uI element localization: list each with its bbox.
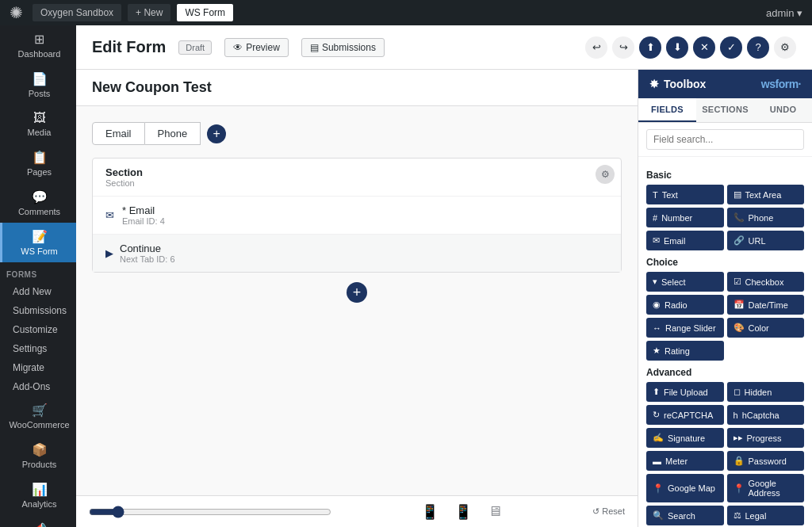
settings-gear-button[interactable]: ⚙	[774, 36, 796, 59]
textarea-icon: ▤	[733, 189, 741, 200]
legal-field-btn[interactable]: ⚖ Legal	[727, 506, 805, 525]
sidebar-item-dashboard[interactable]: ⊞ Dashboard	[0, 25, 76, 65]
page-title: Edit Form	[92, 38, 166, 56]
choice-section-title: Choice	[646, 257, 804, 268]
toolbox-body: Basic T Text ▤ Text Area # Number 📞 Phon…	[638, 157, 812, 527]
forms-migrate-link[interactable]: Migrate	[0, 358, 76, 377]
tab-fields[interactable]: FIELDS	[638, 98, 696, 122]
tab-undo[interactable]: UNDO	[754, 98, 812, 122]
sidebar-item-pages[interactable]: 📋 Pages	[0, 143, 76, 183]
undo-button[interactable]: ↩	[585, 36, 607, 59]
sidebar-item-analytics[interactable]: 📊 Analytics	[0, 475, 76, 515]
rating-icon: ★	[653, 346, 661, 356]
check-button[interactable]: ✓	[720, 36, 742, 59]
textarea-field-btn[interactable]: ▤ Text Area	[727, 185, 805, 204]
email-field-row[interactable]: ✉ * Email Email ID: 4	[93, 197, 621, 235]
pages-icon: 📋	[32, 150, 48, 165]
admin-bar-wsform-tab[interactable]: WS Form	[177, 4, 233, 21]
radio-icon: ◉	[653, 300, 661, 310]
datetime-field-btn[interactable]: 📅 Date/Time	[727, 295, 805, 315]
submissions-button[interactable]: ▤ Submissions	[301, 38, 385, 57]
sidebar-item-label: Pages	[27, 167, 52, 177]
search-icon: 🔍	[653, 510, 664, 521]
form-name: New Coupon Test	[76, 70, 638, 106]
continue-content: Continue Next Tab ID: 6	[120, 242, 175, 264]
file-upload-btn[interactable]: ⬆ File Upload	[646, 382, 724, 402]
move-up-button[interactable]: ⬆	[639, 36, 661, 59]
phone-field-btn[interactable]: 📞 Phone	[727, 208, 805, 227]
admin-bar-left: ✺ Oxygen Sandbox + New WS Form	[10, 3, 233, 22]
continue-meta: Next Tab ID: 6	[120, 254, 175, 264]
mobile-icon[interactable]: 📱	[421, 503, 439, 521]
password-btn[interactable]: 🔒 Password	[727, 451, 805, 471]
progress-btn[interactable]: ▸▸ Progress	[727, 428, 805, 448]
tab-sections[interactable]: SECTIONS	[696, 98, 754, 122]
tablet-icon[interactable]: 📱	[454, 503, 472, 521]
checkbox-field-btn[interactable]: ☑ Checkbox	[727, 272, 805, 292]
section-header: Section Section	[93, 158, 621, 197]
field-search-input[interactable]	[646, 129, 804, 150]
sidebar: ⊞ Dashboard 📄 Posts 🖼 Media 📋 Pages 💬 Co…	[0, 25, 76, 527]
recaptcha-btn[interactable]: ↻ reCAPTCHA	[646, 405, 724, 425]
sidebar-item-label: WS Form	[21, 246, 57, 256]
url-field-btn[interactable]: 🔗 URL	[727, 231, 805, 250]
section-gear-button[interactable]: ⚙	[596, 165, 615, 184]
tab-email[interactable]: Email	[92, 122, 145, 145]
add-section-button[interactable]: +	[347, 282, 367, 303]
sidebar-item-label: Posts	[29, 89, 51, 98]
number-icon: #	[653, 213, 657, 223]
text-field-btn[interactable]: T Text	[646, 185, 724, 204]
meter-icon: ▬	[653, 456, 661, 466]
google-map-btn[interactable]: 📍 Google Map	[646, 474, 724, 502]
analytics-icon: 📊	[32, 482, 48, 497]
advanced-section-title: Advanced	[646, 367, 804, 378]
color-field-btn[interactable]: 🎨 Color	[727, 318, 805, 338]
delete-button[interactable]: ✕	[693, 36, 715, 59]
continue-label: Continue	[120, 242, 175, 254]
sidebar-item-posts[interactable]: 📄 Posts	[0, 65, 76, 105]
admin-bar-new-tab[interactable]: + New	[128, 4, 170, 21]
preview-button[interactable]: 👁 Preview	[224, 38, 289, 57]
content-area: Edit Form Draft 👁 Preview ▤ Submissions …	[76, 25, 812, 527]
map-icon: 📍	[653, 483, 664, 494]
move-down-button[interactable]: ⬇	[666, 36, 688, 59]
forms-submissions-link[interactable]: Submissions	[0, 301, 76, 320]
sidebar-item-marketing[interactable]: 📣 Marketing	[0, 515, 76, 527]
admin-bar-sandbox-tab[interactable]: Oxygen Sandbox	[33, 4, 121, 21]
dashboard-icon: ⊞	[34, 32, 44, 47]
forms-settings-link[interactable]: Settings	[0, 339, 76, 358]
email-field-btn[interactable]: ✉ Email	[646, 231, 724, 250]
rating-field-btn[interactable]: ★ Rating	[646, 341, 724, 361]
zoom-reset-button[interactable]: ↺ Reset	[592, 506, 625, 517]
search-field-btn[interactable]: 🔍 Search	[646, 506, 724, 525]
forms-add-ons-link[interactable]: Add-Ons	[0, 377, 76, 396]
signature-btn[interactable]: ✍ Signature	[646, 428, 724, 448]
device-icons: 📱 📱 🖥	[341, 503, 584, 521]
zoom-slider[interactable]	[89, 506, 331, 518]
sidebar-item-ws-form[interactable]: 📝 WS Form	[0, 223, 76, 262]
continue-button-row[interactable]: ▶ Continue Next Tab ID: 6	[93, 235, 621, 272]
sidebar-item-woocommerce[interactable]: 🛒 WooCommerce	[0, 396, 76, 436]
sidebar-item-media[interactable]: 🖼 Media	[0, 105, 76, 143]
posts-icon: 📄	[32, 71, 48, 86]
number-field-btn[interactable]: # Number	[646, 208, 724, 227]
help-button[interactable]: ?	[747, 36, 769, 59]
desktop-icon[interactable]: 🖥	[488, 503, 502, 521]
hidden-field-btn[interactable]: ◻ Hidden	[727, 382, 805, 402]
zoom-bar: 📱 📱 🖥 ↺ Reset	[76, 495, 638, 527]
google-address-btn[interactable]: 📍 Google Address	[727, 474, 805, 502]
hcaptcha-btn[interactable]: h hCaptcha	[727, 405, 805, 425]
redo-button[interactable]: ↪	[612, 36, 634, 59]
add-tab-button[interactable]: +	[207, 124, 226, 143]
marketing-icon: 📣	[32, 521, 48, 527]
sidebar-item-products[interactable]: 📦 Products	[0, 436, 76, 475]
status-badge: Draft	[178, 40, 212, 55]
range-slider-btn[interactable]: ↔ Range Slider	[646, 318, 724, 338]
forms-add-new-link[interactable]: Add New	[0, 282, 76, 301]
sidebar-item-comments[interactable]: 💬 Comments	[0, 183, 76, 223]
tab-phone[interactable]: Phone	[145, 122, 201, 145]
select-field-btn[interactable]: ▾ Select	[646, 272, 724, 292]
radio-field-btn[interactable]: ◉ Radio	[646, 295, 724, 315]
meter-btn[interactable]: ▬ Meter	[646, 451, 724, 471]
forms-customize-link[interactable]: Customize	[0, 320, 76, 339]
